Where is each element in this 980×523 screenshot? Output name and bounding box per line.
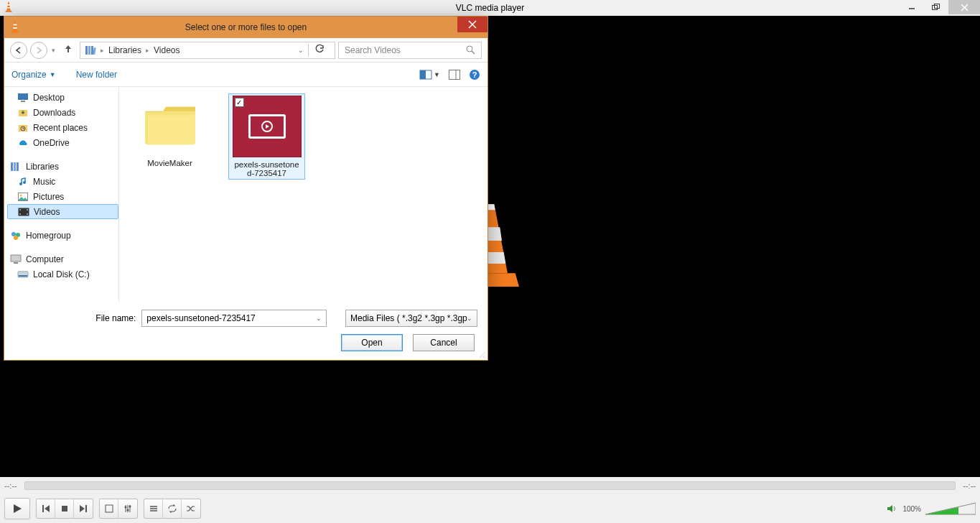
svg-point-43: [467, 46, 472, 52]
nav-forward-button[interactable]: [30, 42, 47, 59]
search-input[interactable]: Search Videos: [338, 42, 482, 59]
organize-button[interactable]: Organize ▼: [11, 70, 56, 80]
tree-recent-places[interactable]: Recent places: [7, 120, 118, 135]
tree-desktop[interactable]: Desktop: [7, 90, 118, 105]
libraries-icon: [10, 161, 22, 172]
svg-rect-15: [42, 505, 44, 512]
play-button[interactable]: [5, 499, 29, 519]
svg-line-75: [480, 352, 485, 358]
video-thumb-icon: ✓: [233, 96, 302, 157]
tree-onedrive[interactable]: OneDrive: [7, 135, 118, 150]
prev-button[interactable]: [37, 499, 55, 518]
desktop-icon: [17, 92, 29, 103]
dialog-titlebar: Select one or more files to open: [4, 17, 487, 38]
svg-rect-57: [14, 162, 16, 171]
tree-local-disk-c[interactable]: Local Disk (C:): [7, 267, 118, 282]
nav-history-dropdown[interactable]: ▾: [50, 47, 57, 54]
loop-button[interactable]: [163, 499, 182, 518]
fullscreen-button[interactable]: [100, 499, 118, 518]
svg-rect-47: [449, 70, 460, 79]
tree-videos[interactable]: Videos: [7, 204, 118, 219]
stop-button[interactable]: [55, 499, 74, 518]
address-dropdown[interactable]: ⌄: [295, 47, 307, 54]
resize-grip[interactable]: [477, 350, 486, 358]
file-label-line1: pexels-sunsetone: [234, 160, 299, 169]
next-button[interactable]: [74, 499, 93, 518]
tree-music[interactable]: Music: [7, 174, 118, 189]
filename-input[interactable]: pexels-sunsetoned-7235417 ⌄: [141, 310, 327, 327]
dialog-close-button[interactable]: [457, 17, 487, 32]
chevron-down-icon: ⌄: [467, 315, 472, 322]
dialog-footer: File name: pexels-sunsetoned-7235417 ⌄ M…: [4, 302, 487, 360]
svg-point-68: [11, 232, 16, 236]
speaker-icon[interactable]: [887, 504, 898, 514]
tree-homegroup[interactable]: Homegroup: [7, 228, 118, 243]
breadcrumb-current[interactable]: Videos: [154, 45, 179, 55]
svg-rect-51: [18, 93, 28, 100]
maximize-button[interactable]: [924, 0, 948, 14]
new-folder-button[interactable]: New folder: [76, 70, 117, 80]
filetype-select[interactable]: Media Files ( *.3g2 *.3gp *.3gp2 ⌄: [345, 310, 477, 327]
skip-group: [36, 499, 93, 519]
vlc-titlebar: VLC media player: [0, 0, 980, 16]
help-button[interactable]: ?: [469, 69, 480, 80]
volume-area: 100%: [887, 501, 976, 516]
refresh-button[interactable]: [308, 44, 330, 56]
nav-up-button[interactable]: [60, 44, 77, 56]
minimize-button[interactable]: [900, 0, 924, 14]
svg-point-60: [23, 181, 26, 184]
breadcrumb-root[interactable]: Libraries: [108, 45, 141, 55]
chevron-down-icon: ▼: [50, 71, 56, 78]
chevron-down-icon: ▼: [434, 71, 440, 78]
playlist-button[interactable]: [144, 499, 163, 518]
svg-text:?: ?: [472, 70, 477, 79]
tree-pictures[interactable]: Pictures: [7, 189, 118, 204]
svg-rect-67: [27, 213, 28, 215]
computer-icon: [10, 254, 22, 265]
ext-settings-button[interactable]: [118, 499, 137, 518]
close-button[interactable]: [948, 0, 980, 14]
svg-point-59: [19, 182, 22, 185]
filename-label: File name:: [14, 313, 136, 323]
cancel-button[interactable]: Cancel: [413, 334, 475, 351]
svg-rect-40: [88, 46, 90, 55]
volume-slider[interactable]: [925, 501, 976, 516]
svg-marker-18: [80, 505, 85, 512]
file-pexels-video[interactable]: ✓ pexels-sunsetone d-7235417: [229, 94, 304, 179]
svg-point-26: [129, 506, 131, 508]
shuffle-button[interactable]: [182, 499, 200, 518]
seek-track[interactable]: [24, 481, 956, 490]
onedrive-icon: [17, 137, 29, 149]
controls-bar: 100%: [0, 494, 980, 523]
open-button[interactable]: Open: [341, 334, 403, 351]
preview-pane-button[interactable]: [449, 70, 460, 80]
chevron-down-icon: ⌄: [316, 315, 322, 322]
libraries-icon: [85, 45, 96, 56]
svg-line-44: [472, 51, 475, 54]
folder-moviemaker[interactable]: MovieMaker: [132, 94, 207, 167]
dialog-body: Desktop Downloads Recent places OneDrive…: [4, 87, 487, 302]
nav-tree[interactable]: Desktop Downloads Recent places OneDrive…: [4, 87, 119, 302]
address-bar[interactable]: ▸ Libraries ▸ Videos ⌄: [80, 42, 335, 59]
videos-icon: [18, 206, 29, 218]
breadcrumb-sep-icon[interactable]: ▸: [98, 47, 107, 54]
tree-libraries[interactable]: Libraries: [7, 159, 118, 174]
file-selected-checkbox[interactable]: ✓: [235, 98, 244, 107]
dialog-toolbar: Organize ▼ New folder ▼ ?: [4, 63, 487, 87]
view-group: [99, 499, 138, 519]
file-list[interactable]: MovieMaker ✓ pexels-sunsetone d-7235417: [119, 87, 487, 302]
tree-computer[interactable]: Computer: [7, 251, 118, 267]
svg-rect-20: [106, 505, 113, 512]
svg-rect-64: [19, 209, 21, 210]
dialog-nav-row: ▾ ▸ Libraries ▸ Videos ⌄ Search Videos: [4, 38, 487, 63]
svg-rect-52: [21, 101, 25, 102]
svg-rect-58: [17, 162, 19, 171]
tree-downloads[interactable]: Downloads: [7, 105, 118, 120]
view-mode-button[interactable]: ▼: [419, 70, 440, 80]
svg-marker-14: [14, 504, 22, 513]
nav-back-button[interactable]: [10, 42, 27, 59]
breadcrumb-sep-icon[interactable]: ▸: [143, 47, 152, 54]
play-group: [4, 498, 30, 519]
vlc-title: VLC media player: [0, 3, 980, 13]
svg-point-70: [14, 236, 18, 240]
